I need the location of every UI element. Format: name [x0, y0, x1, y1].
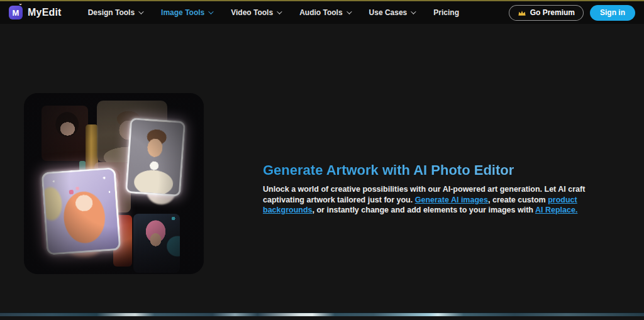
hero-section: Generate Artwork with AI Photo Editor Un… — [0, 24, 644, 316]
nav-label: Video Tools — [231, 8, 273, 17]
nav-item-video-tools[interactable]: Video Tools — [231, 8, 280, 17]
header-actions: Go Premium Sign in — [509, 5, 635, 21]
chevron-down-icon — [411, 9, 416, 14]
nav-label: Pricing — [433, 8, 459, 17]
collage-tile-glowing-man-portrait — [125, 118, 186, 197]
site-header: M ˇ MyEdit Design Tools Image Tools Vide… — [0, 1, 644, 24]
desc-part: , or instantly change and add elements t… — [313, 206, 535, 214]
nav-item-audio-tools[interactable]: Audio Tools — [299, 8, 350, 17]
chevron-down-icon — [208, 9, 213, 14]
ai-portrait-collage-image — [24, 93, 204, 274]
chevron-down-icon — [277, 9, 282, 14]
nav-item-design-tools[interactable]: Design Tools — [88, 8, 142, 17]
nav-label: Design Tools — [88, 8, 135, 17]
hero-text-block: Generate Artwork with AI Photo Editor Un… — [263, 162, 621, 216]
hero-title: Generate Artwork with AI Photo Editor — [263, 162, 621, 178]
nav-label: Use Cases — [369, 8, 408, 17]
chevron-down-icon — [138, 9, 143, 14]
go-premium-button[interactable]: Go Premium — [509, 5, 584, 21]
collage-tile-gothic-woman — [42, 106, 88, 161]
sign-in-button[interactable]: Sign in — [590, 5, 635, 21]
collage-tile-pink-haired-woman — [133, 214, 180, 273]
brand-name: MyEdit — [28, 7, 62, 18]
ai-replace-link[interactable]: AI Replace. — [535, 206, 577, 214]
main-nav: Design Tools Image Tools Video Tools Aud… — [88, 8, 459, 17]
nav-label: Audio Tools — [299, 8, 342, 17]
next-section-image-edge — [0, 312, 644, 316]
nav-item-image-tools[interactable]: Image Tools — [161, 8, 212, 17]
nav-item-pricing[interactable]: Pricing — [433, 8, 459, 17]
desc-part: , create custom — [488, 196, 548, 204]
brand-logo[interactable]: M ˇ MyEdit — [9, 6, 62, 19]
go-premium-label: Go Premium — [530, 8, 575, 17]
generate-ai-images-link[interactable]: Generate AI images — [415, 196, 488, 204]
chevron-down-icon — [347, 9, 352, 14]
hero-description: Unlock a world of creative possibilities… — [263, 184, 621, 216]
logo-letter: M — [13, 8, 19, 18]
myedit-logo-icon: M ˇ — [9, 6, 23, 19]
nav-item-use-cases[interactable]: Use Cases — [369, 8, 415, 17]
logo-caron-mark: ˇ — [19, 3, 21, 10]
crown-icon — [518, 9, 526, 16]
nav-label: Image Tools — [161, 8, 204, 17]
collage-tile-glowing-girl-portrait — [42, 167, 121, 255]
